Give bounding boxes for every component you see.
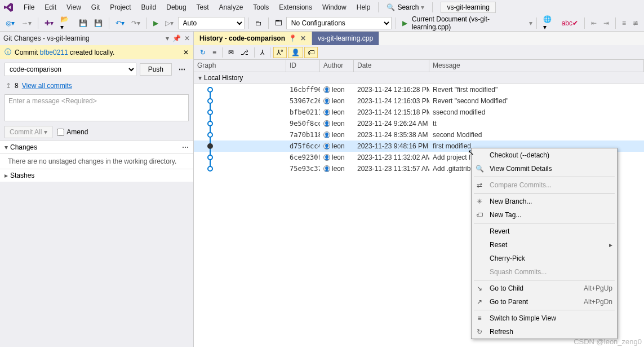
- ctx-go-to-child[interactable]: ↘Go to ChildAlt+PgUp: [472, 282, 617, 295]
- ctx-switch-to-simple-view[interactable]: ≡Switch to Simple View: [472, 311, 617, 325]
- configurations-dropdown[interactable]: No Configurations: [286, 17, 392, 29]
- local-history-section[interactable]: Local History: [194, 72, 644, 84]
- menu-tools[interactable]: Tools: [248, 2, 273, 13]
- config-auto-dropdown[interactable]: Auto: [178, 17, 245, 29]
- tab-history[interactable]: History - code-comparison 📍 ✕: [194, 32, 312, 45]
- commit-row[interactable]: 7a70b118👤leon2023-11-24 8:35:38 AMsecond…: [194, 129, 644, 140]
- close-icon[interactable]: ✕: [184, 34, 190, 42]
- menu-test[interactable]: Test: [192, 2, 214, 13]
- start-icon[interactable]: ▶: [151, 18, 161, 28]
- commit-row[interactable]: 16cbff90👤leon2023-11-24 12:16:28 PMRever…: [194, 84, 644, 95]
- ctx-revert[interactable]: Revert: [472, 225, 617, 238]
- commit-id: bfbe0211: [286, 108, 320, 117]
- commit-dot-icon: [207, 121, 213, 126]
- commit-row[interactable]: 9e50f8cd👤leon2023-11-24 9:26:24 AMtt: [194, 118, 644, 129]
- amend-checkbox-input[interactable]: [57, 129, 64, 136]
- push-button[interactable]: Push: [140, 63, 172, 76]
- more-icon[interactable]: ⋯: [182, 143, 189, 151]
- comment-icon[interactable]: ≡: [620, 18, 628, 28]
- search-menu[interactable]: 🔍 Search ▾: [382, 2, 429, 13]
- menu-separator: [474, 177, 615, 177]
- project-context[interactable]: vs-git-learning: [441, 2, 495, 13]
- redo-icon[interactable]: ↷▾: [129, 18, 143, 28]
- col-head-date[interactable]: Date: [354, 60, 429, 72]
- indent-icon[interactable]: ⇤: [589, 18, 599, 28]
- col-head-id[interactable]: ID: [286, 60, 320, 72]
- menu-window[interactable]: Window: [318, 2, 351, 13]
- ctx-go-to-parent[interactable]: ↗Go to ParentAlt+PgDn: [472, 295, 617, 309]
- current-doc-label[interactable]: Current Document (vs-git-learning.cpp): [412, 15, 527, 31]
- ctx-reset[interactable]: Reset▸: [472, 238, 617, 252]
- uncomment-icon[interactable]: ≢: [630, 18, 641, 28]
- commit-id-link[interactable]: bfbe0211: [40, 49, 68, 56]
- menu-item-label: New Tag...: [490, 211, 608, 219]
- tab-cpp[interactable]: vs-git-learning.cpp: [312, 32, 379, 45]
- menu-project[interactable]: Project: [105, 2, 135, 13]
- commit-all-button[interactable]: Commit All▾: [5, 126, 52, 138]
- undo-icon[interactable]: ↶▾: [113, 18, 127, 28]
- nav-back-icon[interactable]: ◎▾: [3, 18, 17, 28]
- filter-icon[interactable]: ✉: [225, 47, 237, 58]
- commit-row[interactable]: 53967c26👤leon2023-11-24 12:16:03 PMRever…: [194, 95, 644, 107]
- branch-row: code-comparison Push ⋯: [0, 59, 193, 80]
- dismiss-icon[interactable]: ✕: [183, 49, 189, 56]
- ctx-view-commit-details[interactable]: 🔍View Commit Details: [472, 162, 617, 175]
- new-project-icon[interactable]: ✚▾: [42, 18, 56, 28]
- save-all-icon[interactable]: 💾: [92, 18, 105, 28]
- history-toolbar: ↻ ≡ ✉ ⎇ ⅄ ⅄° 👤 🏷: [194, 45, 644, 60]
- commit-row[interactable]: bfbe0211👤leon2023-11-24 12:15:18 PMsseco…: [194, 107, 644, 118]
- menu-item-label: Cherry-Pick: [490, 254, 608, 262]
- window-dropdown-icon[interactable]: ▾: [166, 34, 169, 42]
- outdent-icon[interactable]: ⇥: [601, 18, 611, 28]
- graph-icon[interactable]: ⅄: [257, 47, 267, 58]
- stashes-section-header[interactable]: Stashes: [0, 169, 193, 182]
- browser-icon[interactable]: 🌐▾: [541, 14, 557, 32]
- close-icon[interactable]: ✕: [300, 34, 306, 42]
- branch-view-icon[interactable]: ⎇: [238, 47, 251, 58]
- ctx-refresh[interactable]: ↻Refresh: [472, 325, 617, 339]
- commit-date: 2023-11-24 12:15:18 PM: [354, 108, 429, 117]
- pin-icon[interactable]: 📌: [172, 34, 181, 42]
- commit-id: 6ce9230f: [286, 153, 320, 162]
- branch-graph-toggle-icon[interactable]: ⅄°: [273, 47, 287, 58]
- list-icon[interactable]: ≡: [210, 47, 219, 58]
- run-doc-icon[interactable]: ▶: [400, 18, 410, 28]
- tag-toggle-icon[interactable]: 🏷: [304, 47, 318, 58]
- save-config-icon[interactable]: 🗔: [273, 18, 284, 28]
- menu-file[interactable]: File: [19, 2, 39, 13]
- pin-icon[interactable]: 📍: [288, 34, 297, 42]
- menu-extensions[interactable]: Extensions: [274, 2, 317, 13]
- open-icon[interactable]: 📂▾: [58, 14, 74, 32]
- commit-message-input[interactable]: Enter a message <Required>: [5, 94, 189, 121]
- menu-build[interactable]: Build: [137, 2, 161, 13]
- col-head-author[interactable]: Author: [320, 60, 354, 72]
- menu-edit[interactable]: Edit: [40, 2, 61, 13]
- chevron-down-icon[interactable]: ▾: [529, 19, 532, 27]
- folder-icon[interactable]: 🗀: [253, 18, 264, 28]
- start-no-debug-icon[interactable]: ▷▾: [163, 18, 176, 28]
- ctx-checkout-detach[interactable]: Checkout (--detach): [472, 148, 617, 162]
- commit-author: 👤leon: [320, 108, 354, 117]
- branch-dropdown[interactable]: code-comparison: [5, 63, 136, 76]
- more-actions-icon[interactable]: ⋯: [175, 64, 189, 75]
- author-toggle-icon[interactable]: 👤: [288, 47, 303, 58]
- search-icon: 🔍: [387, 3, 395, 11]
- refresh-icon[interactable]: ↻: [197, 47, 208, 58]
- amend-checkbox[interactable]: Amend: [57, 128, 88, 136]
- changes-section-header[interactable]: Changes ⋯: [0, 140, 193, 154]
- menu-analyze[interactable]: Analyze: [215, 2, 248, 13]
- commit-context-menu: Checkout (--detach)🔍View Commit Details⇄…: [471, 148, 618, 339]
- col-head-graph[interactable]: Graph: [194, 60, 286, 72]
- menu-help[interactable]: Help: [352, 2, 375, 13]
- menu-debug[interactable]: Debug: [162, 2, 190, 13]
- ctx-new-branch[interactable]: ✳New Branch...: [472, 195, 617, 208]
- menu-view[interactable]: View: [62, 2, 86, 13]
- nav-fwd-icon[interactable]: →▾: [19, 18, 34, 28]
- view-all-commits-link[interactable]: View all commits: [22, 82, 72, 90]
- col-head-msg[interactable]: Message: [429, 60, 644, 72]
- ctx-new-tag[interactable]: 🏷New Tag...: [472, 208, 617, 222]
- menu-git[interactable]: Git: [87, 2, 104, 13]
- ctx-cherry-pick[interactable]: Cherry-Pick: [472, 252, 617, 265]
- abc-check-icon[interactable]: abc✔: [559, 18, 580, 28]
- save-icon[interactable]: 💾: [77, 18, 90, 28]
